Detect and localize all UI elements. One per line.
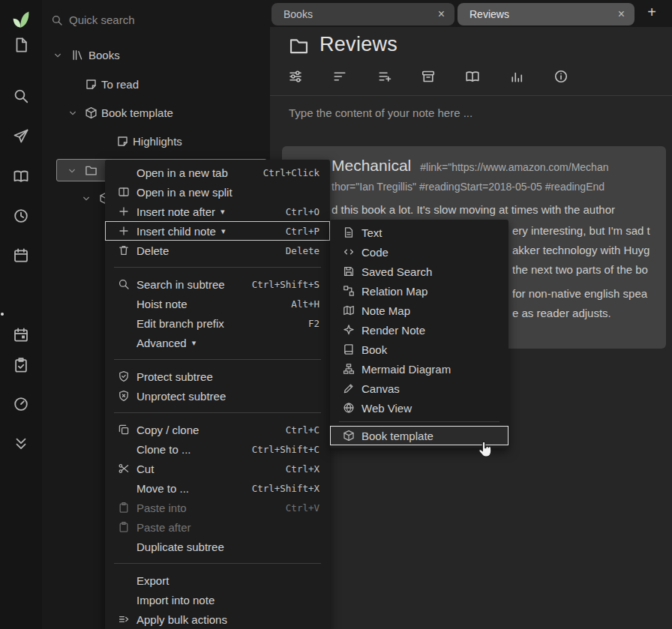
clipboard-check-icon[interactable] [13,357,29,373]
menu-item-search-in-subtree[interactable]: Search in subtreeCtrl+Shift+S [105,274,330,294]
menu-item-protect-subtree[interactable]: Protect subtree [105,367,330,386]
chevron-down-icon[interactable] [81,193,92,204]
menu-item-label: Book [362,343,387,356]
menu-item-label: Hoist note [136,298,188,310]
menu-item-open-in-a-new-tab[interactable]: Open in a new tabCtrl+Click [105,163,330,182]
menu-item-book[interactable]: Book [330,340,508,359]
blank [117,443,130,455]
send-icon[interactable] [13,128,29,145]
floppy-icon [342,265,356,277]
search-icon [117,278,130,290]
menu-item-clone-to[interactable]: Clone to ...Ctrl+Shift+C [105,439,330,459]
gauge-icon[interactable] [13,396,29,412]
menu-item-relation-map[interactable]: Relation Map [330,281,508,301]
search-icon[interactable] [13,88,29,104]
menu-item-apply-bulk-actions[interactable]: Apply bulk actions [105,610,330,629]
folder-icon [289,36,309,56]
folder-icon [85,164,98,177]
tree-context-menu: Open in a new tabCtrl+ClickOpen in a new… [105,160,330,629]
collapse-icon[interactable] [13,436,29,452]
menu-item-saved-search[interactable]: Saved Search [330,262,508,281]
ribbon-sliders-icon[interactable] [288,69,303,84]
tree-item-book-template[interactable]: Book template [42,102,270,124]
menu-item-shortcut: Ctrl+Shift+S [252,279,320,290]
menu-item-insert-note-after[interactable]: Insert note after▾Ctrl+O [105,202,330,221]
menu-item-label: Open in a new split [136,186,232,199]
ribbon-sort-lines-icon[interactable] [332,69,347,84]
tree-item-books[interactable]: Books [42,44,270,67]
editor-placeholder[interactable]: Type the content of your note here ... [289,106,472,119]
menu-item-import-into-note[interactable]: Import into note [105,590,330,610]
menu-item-edit-branch-prefix[interactable]: Edit branch prefixF2 [105,313,330,333]
chevron-down-icon[interactable] [52,50,63,61]
menu-item-label: Text [362,226,382,239]
history-icon[interactable] [13,208,29,224]
plus-icon [117,205,130,217]
menu-item-duplicate-subtree[interactable]: Duplicate subtree [105,537,330,556]
document-icon[interactable] [13,37,29,53]
blank [117,298,130,310]
menu-item-export[interactable]: Export [105,571,330,590]
template-icon [342,430,356,442]
chevron-down-icon[interactable] [68,108,78,118]
shield-check-icon [117,370,130,382]
tab-reviews[interactable]: Reviews× [458,3,634,25]
menu-item-label: Note Map [362,304,410,317]
tab-close-icon[interactable]: × [438,8,445,20]
plus-icon [117,225,130,237]
menu-item-text[interactable]: Text [330,223,508,242]
menu-item-move-to[interactable]: Move to ...Ctrl+Shift+X [105,478,330,498]
shield-x-icon [117,390,130,402]
menu-item-copy-clone[interactable]: Copy / cloneCtrl+C [105,420,330,439]
menu-item-shortcut: Ctrl+O [286,206,320,217]
menu-item-insert-child-note[interactable]: Insert child note▾Ctrl+P [105,221,330,241]
menu-item-code[interactable]: Code [330,242,508,262]
ribbon-bar-chart-icon[interactable] [509,69,524,84]
menu-item-mermaid-diagram[interactable]: Mermaid Diagram [330,359,508,379]
blank [117,317,130,329]
calendar-event-icon[interactable] [13,327,29,343]
chevron-down-icon[interactable] [67,166,77,176]
menu-item-render-note[interactable]: Render Note [330,320,508,340]
menu-item-cut[interactable]: CutCtrl+X [105,459,330,478]
menu-item-advanced[interactable]: Advanced▾ [105,333,330,352]
menu-item-shortcut: Ctrl+X [286,463,320,475]
menu-item-label: Canvas [362,382,400,395]
tree-item-to-read[interactable]: To read [42,73,270,96]
tab-books[interactable]: Books× [272,3,454,25]
tab-bar: + Books×Reviews× [270,0,672,27]
ribbon-list-plus-icon[interactable] [377,69,392,84]
tab-label: Books [284,8,313,20]
tree-item-highlights[interactable]: Highlights [42,130,270,153]
new-tab-button[interactable]: + [644,4,660,21]
menu-item-book-template[interactable]: Book template [330,426,508,445]
menu-item-label: Apply bulk actions [136,613,227,626]
submenu-caret-icon: ▾ [221,226,226,236]
code-icon [342,246,356,258]
tab-label: Reviews [470,8,509,20]
submenu-caret-icon: ▾ [192,338,196,348]
ribbon-info-icon[interactable] [554,69,568,84]
menu-item-note-map[interactable]: Note Map [330,301,508,320]
menu-item-hoist-note[interactable]: Hoist noteAlt+H [105,294,330,313]
menu-separator [114,563,321,564]
menu-item-open-in-a-new-split[interactable]: Open in a new split [105,182,330,202]
book-open-icon[interactable] [13,168,29,184]
menu-item-shortcut: Ctrl+V [286,502,320,514]
menu-separator [114,359,321,360]
menu-item-delete[interactable]: DeleteDelete [105,241,330,260]
ribbon-archive-icon[interactable] [421,69,436,84]
quick-search-input[interactable]: Quick search [42,6,270,33]
calendar-icon[interactable] [13,247,29,264]
menu-item-canvas[interactable]: Canvas [330,379,508,398]
menu-item-web-view[interactable]: Web View [330,398,508,418]
scissors-icon [117,463,130,475]
menu-item-unprotect-subtree[interactable]: Unprotect subtree [105,386,330,406]
tree-item-label: To read [101,78,139,91]
menu-item-label: Clone to ... [136,443,191,456]
blank [117,337,130,349]
ribbon-book-open-icon[interactable] [465,69,480,84]
trilium-logo [11,10,31,29]
tab-close-icon[interactable]: × [618,8,625,20]
split-icon [117,186,130,198]
